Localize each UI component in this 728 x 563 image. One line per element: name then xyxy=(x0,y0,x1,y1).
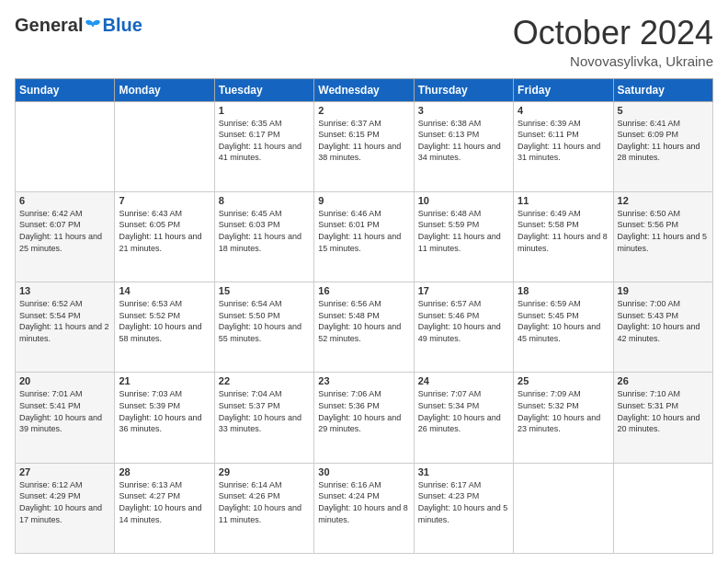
calendar-cell: 4Sunrise: 6:39 AMSunset: 6:11 PMDaylight… xyxy=(514,101,613,191)
day-number: 22 xyxy=(219,375,310,386)
calendar-week-row: 13Sunrise: 6:52 AMSunset: 5:54 PMDayligh… xyxy=(16,282,713,373)
day-info: Sunrise: 7:04 AMSunset: 5:37 PMDaylight:… xyxy=(219,388,310,434)
calendar-cell: 25Sunrise: 7:09 AMSunset: 5:32 PMDayligh… xyxy=(514,373,613,463)
day-number: 11 xyxy=(518,195,609,206)
calendar-table: SundayMondayTuesdayWednesdayThursdayFrid… xyxy=(15,78,713,554)
day-info: Sunrise: 6:37 AMSunset: 6:15 PMDaylight:… xyxy=(318,118,409,164)
calendar-cell: 27Sunrise: 6:12 AMSunset: 4:29 PMDayligh… xyxy=(16,463,115,553)
day-info: Sunrise: 6:52 AMSunset: 5:54 PMDaylight:… xyxy=(19,298,110,344)
day-info: Sunrise: 7:01 AMSunset: 5:41 PMDaylight:… xyxy=(19,388,110,434)
day-number: 26 xyxy=(618,375,709,386)
day-info: Sunrise: 6:14 AMSunset: 4:26 PMDaylight:… xyxy=(219,479,310,525)
day-number: 8 xyxy=(219,195,310,206)
weekday-header-wednesday: Wednesday xyxy=(314,78,414,101)
day-number: 12 xyxy=(618,195,709,206)
calendar-week-row: 6Sunrise: 6:42 AMSunset: 6:07 PMDaylight… xyxy=(16,191,713,282)
logo: General Blue xyxy=(15,15,142,36)
calendar-cell: 14Sunrise: 6:53 AMSunset: 5:52 PMDayligh… xyxy=(115,282,214,373)
day-info: Sunrise: 6:46 AMSunset: 6:01 PMDaylight:… xyxy=(318,208,409,254)
day-number: 4 xyxy=(518,105,609,116)
day-info: Sunrise: 6:42 AMSunset: 6:07 PMDaylight:… xyxy=(19,208,110,254)
day-number: 17 xyxy=(418,285,509,296)
day-number: 18 xyxy=(518,285,609,296)
calendar-cell: 17Sunrise: 6:57 AMSunset: 5:46 PMDayligh… xyxy=(414,282,513,373)
calendar-week-row: 27Sunrise: 6:12 AMSunset: 4:29 PMDayligh… xyxy=(16,463,713,553)
day-info: Sunrise: 6:48 AMSunset: 5:59 PMDaylight:… xyxy=(418,208,509,254)
day-info: Sunrise: 6:49 AMSunset: 5:58 PMDaylight:… xyxy=(518,208,609,254)
day-info: Sunrise: 6:12 AMSunset: 4:29 PMDaylight:… xyxy=(19,479,110,525)
weekday-header-thursday: Thursday xyxy=(414,78,513,101)
calendar-cell: 16Sunrise: 6:56 AMSunset: 5:48 PMDayligh… xyxy=(314,282,414,373)
day-number: 28 xyxy=(119,466,210,477)
weekday-header-sunday: Sunday xyxy=(16,78,115,101)
calendar-cell xyxy=(115,101,214,191)
calendar-cell: 2Sunrise: 6:37 AMSunset: 6:15 PMDaylight… xyxy=(314,101,414,191)
calendar-cell: 22Sunrise: 7:04 AMSunset: 5:37 PMDayligh… xyxy=(214,373,313,463)
day-number: 27 xyxy=(19,466,110,477)
calendar-cell: 12Sunrise: 6:50 AMSunset: 5:56 PMDayligh… xyxy=(613,191,712,282)
day-number: 7 xyxy=(119,195,210,206)
day-number: 10 xyxy=(418,195,509,206)
day-number: 24 xyxy=(418,375,509,386)
day-info: Sunrise: 6:13 AMSunset: 4:27 PMDaylight:… xyxy=(119,479,210,525)
day-number: 25 xyxy=(518,375,609,386)
day-info: Sunrise: 6:39 AMSunset: 6:11 PMDaylight:… xyxy=(518,118,609,164)
calendar-cell: 23Sunrise: 7:06 AMSunset: 5:36 PMDayligh… xyxy=(314,373,414,463)
page-header: General Blue October 2024 Novovasylivka,… xyxy=(15,15,713,69)
calendar-cell: 24Sunrise: 7:07 AMSunset: 5:34 PMDayligh… xyxy=(414,373,513,463)
day-info: Sunrise: 6:17 AMSunset: 4:23 PMDaylight:… xyxy=(418,479,509,525)
calendar-cell: 21Sunrise: 7:03 AMSunset: 5:39 PMDayligh… xyxy=(115,373,214,463)
day-info: Sunrise: 6:43 AMSunset: 6:05 PMDaylight:… xyxy=(119,208,210,254)
calendar-cell: 31Sunrise: 6:17 AMSunset: 4:23 PMDayligh… xyxy=(414,463,513,553)
day-number: 21 xyxy=(119,375,210,386)
day-number: 3 xyxy=(418,105,509,116)
day-number: 14 xyxy=(119,285,210,296)
day-info: Sunrise: 6:35 AMSunset: 6:17 PMDaylight:… xyxy=(219,118,310,164)
day-info: Sunrise: 6:59 AMSunset: 5:45 PMDaylight:… xyxy=(518,298,609,344)
day-info: Sunrise: 6:53 AMSunset: 5:52 PMDaylight:… xyxy=(119,298,210,344)
calendar-cell: 11Sunrise: 6:49 AMSunset: 5:58 PMDayligh… xyxy=(514,191,613,282)
logo-bird-icon xyxy=(85,17,101,34)
location-subtitle: Novovasylivka, Ukraine xyxy=(513,53,713,69)
day-info: Sunrise: 7:03 AMSunset: 5:39 PMDaylight:… xyxy=(119,388,210,434)
day-number: 30 xyxy=(318,466,409,477)
calendar-cell: 20Sunrise: 7:01 AMSunset: 5:41 PMDayligh… xyxy=(16,373,115,463)
logo-blue: Blue xyxy=(102,15,142,36)
day-info: Sunrise: 7:00 AMSunset: 5:43 PMDaylight:… xyxy=(618,298,709,344)
day-number: 20 xyxy=(19,375,110,386)
calendar-cell: 7Sunrise: 6:43 AMSunset: 6:05 PMDaylight… xyxy=(115,191,214,282)
day-info: Sunrise: 6:38 AMSunset: 6:13 PMDaylight:… xyxy=(418,118,509,164)
day-number: 5 xyxy=(618,105,709,116)
calendar-cell: 26Sunrise: 7:10 AMSunset: 5:31 PMDayligh… xyxy=(613,373,712,463)
day-info: Sunrise: 6:16 AMSunset: 4:24 PMDaylight:… xyxy=(318,479,409,525)
calendar-cell: 5Sunrise: 6:41 AMSunset: 6:09 PMDaylight… xyxy=(613,101,712,191)
weekday-header-tuesday: Tuesday xyxy=(214,78,313,101)
day-number: 19 xyxy=(618,285,709,296)
day-info: Sunrise: 6:50 AMSunset: 5:56 PMDaylight:… xyxy=(618,208,709,254)
day-info: Sunrise: 7:09 AMSunset: 5:32 PMDaylight:… xyxy=(518,388,609,434)
month-title: October 2024 xyxy=(513,15,713,52)
calendar-cell xyxy=(514,463,613,553)
day-info: Sunrise: 7:07 AMSunset: 5:34 PMDaylight:… xyxy=(418,388,509,434)
calendar-cell xyxy=(613,463,712,553)
day-number: 31 xyxy=(418,466,509,477)
calendar-cell: 6Sunrise: 6:42 AMSunset: 6:07 PMDaylight… xyxy=(16,191,115,282)
day-number: 1 xyxy=(219,105,310,116)
calendar-cell: 29Sunrise: 6:14 AMSunset: 4:26 PMDayligh… xyxy=(214,463,313,553)
title-block: October 2024 Novovasylivka, Ukraine xyxy=(513,15,713,69)
day-info: Sunrise: 6:41 AMSunset: 6:09 PMDaylight:… xyxy=(618,118,709,164)
calendar-cell: 8Sunrise: 6:45 AMSunset: 6:03 PMDaylight… xyxy=(214,191,313,282)
day-info: Sunrise: 7:10 AMSunset: 5:31 PMDaylight:… xyxy=(618,388,709,434)
day-number: 9 xyxy=(318,195,409,206)
calendar-cell: 28Sunrise: 6:13 AMSunset: 4:27 PMDayligh… xyxy=(115,463,214,553)
day-info: Sunrise: 6:54 AMSunset: 5:50 PMDaylight:… xyxy=(219,298,310,344)
day-number: 16 xyxy=(318,285,409,296)
calendar-cell: 13Sunrise: 6:52 AMSunset: 5:54 PMDayligh… xyxy=(16,282,115,373)
day-number: 13 xyxy=(19,285,110,296)
day-info: Sunrise: 7:06 AMSunset: 5:36 PMDaylight:… xyxy=(318,388,409,434)
day-info: Sunrise: 6:56 AMSunset: 5:48 PMDaylight:… xyxy=(318,298,409,344)
calendar-cell: 18Sunrise: 6:59 AMSunset: 5:45 PMDayligh… xyxy=(514,282,613,373)
calendar-cell: 15Sunrise: 6:54 AMSunset: 5:50 PMDayligh… xyxy=(214,282,313,373)
logo-general: General xyxy=(15,15,83,36)
day-number: 29 xyxy=(219,466,310,477)
